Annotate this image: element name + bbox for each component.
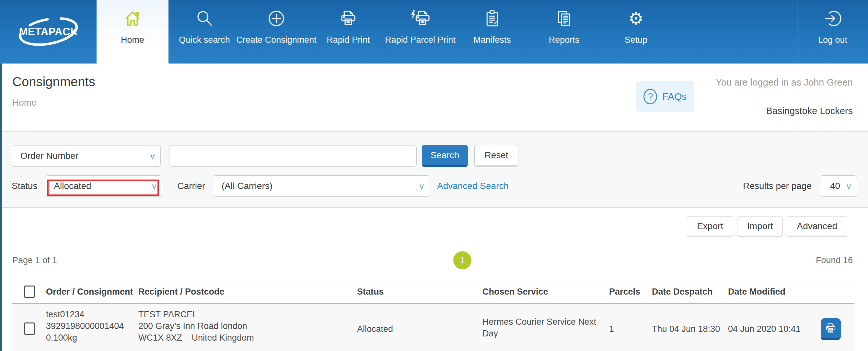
nav-item-label: Manifests — [473, 35, 511, 45]
select-all-checkbox[interactable] — [24, 286, 35, 298]
search-input[interactable] — [169, 145, 417, 167]
select-all-cell — [12, 286, 46, 298]
svg-text:METAPACK: METAPACK — [19, 26, 78, 38]
page-header: Consignments Home ? FAQs You are logged … — [0, 63, 868, 131]
nav-item-create-consignment[interactable]: Create Consignment — [240, 0, 312, 63]
status-select[interactable]: Allocated v — [45, 175, 162, 197]
nav-item-quick-search[interactable]: Quick search — [168, 0, 240, 63]
chevron-down-icon: v — [847, 181, 851, 191]
column-header[interactable]: Chosen Service — [483, 287, 609, 297]
nav-item-rapid-print[interactable]: Rapid Print — [312, 0, 384, 63]
table-toolbar: Export Import Advanced — [0, 216, 868, 237]
filter-panel: Order Number v Search Reset Status Alloc… — [0, 131, 868, 208]
pagination-row: Page 1 of 1 1 Found 16 — [0, 251, 868, 269]
nav-item-label: Reports — [549, 35, 580, 45]
date-despatch-cell: Thu 04 Jun 18:30 — [652, 304, 728, 351]
top-nav: METAPACK Home Quick search — [0, 0, 868, 63]
table-header-row: Order / Consignment Recipient / Postcode… — [12, 280, 855, 304]
status-cell: Allocated — [357, 304, 483, 351]
reset-button[interactable]: Reset — [474, 145, 518, 167]
nav-item-label: Rapid Parcel Print — [385, 35, 456, 45]
results-table: Order / Consignment Recipient / Postcode… — [12, 280, 855, 351]
row-actions-cell — [821, 304, 855, 351]
order-number: test01234 — [46, 309, 138, 320]
postcode: WC1X 8XZ — [138, 333, 182, 343]
search-row: Order Number v Search Reset — [12, 145, 857, 167]
nav-item-log-out[interactable]: Log out — [797, 0, 868, 63]
gear-icon: ⚙ — [628, 8, 644, 29]
row-checkbox-cell — [12, 304, 46, 351]
chevron-down-icon: v — [150, 151, 155, 161]
nav-item-label: Quick search — [179, 35, 230, 45]
nav-item-setup[interactable]: ⚙ Setup — [600, 0, 672, 63]
clipboard-icon — [483, 8, 501, 29]
print-icon — [825, 322, 837, 334]
column-header[interactable]: Date Modified — [728, 287, 821, 297]
nav-item-label: Log out — [818, 35, 847, 45]
nav-item-reports[interactable]: Reports — [528, 0, 600, 63]
metapack-logo[interactable]: METAPACK — [0, 0, 97, 63]
nav-item-label: Home — [121, 35, 144, 45]
column-header[interactable]: Order / Consignment — [46, 287, 138, 297]
nav-item-label: Setup — [625, 35, 648, 45]
log-out-icon — [824, 8, 842, 29]
nav-item-rapid-parcel-print[interactable]: Rapid Parcel Print — [384, 0, 456, 63]
row-print-button[interactable] — [821, 318, 841, 340]
chevron-down-icon: v — [420, 181, 424, 191]
found-count: Found 16 — [816, 255, 853, 265]
nav-item-manifests[interactable]: Manifests — [456, 0, 528, 63]
results-per-page-value: 40 — [830, 181, 840, 191]
order-consignment-cell: test01234 3929198000001404 0.100kg — [46, 304, 138, 351]
nav-item-home[interactable]: Home — [97, 0, 168, 65]
plus-circle-icon — [267, 8, 285, 29]
question-circle-icon: ? — [644, 89, 657, 105]
documents-icon — [555, 8, 573, 29]
column-header[interactable]: Recipient / Postcode — [138, 287, 357, 297]
import-button[interactable]: Import — [737, 216, 783, 237]
recipient-name: TEST PARCEL — [138, 309, 357, 320]
faqs-button[interactable]: ? FAQs — [636, 81, 694, 112]
advanced-button[interactable]: Advanced — [787, 216, 847, 237]
nav-item-label: Rapid Print — [327, 35, 370, 45]
date-modified-cell: 04 Jun 2020 10:41 — [728, 304, 821, 351]
logged-in-text: You are logged in as John Green — [716, 77, 853, 88]
column-header[interactable]: Parcels — [609, 287, 652, 297]
export-button[interactable]: Export — [687, 216, 733, 237]
search-field-selected-value: Order Number — [21, 151, 79, 161]
country: United Kingdom — [192, 332, 254, 344]
carrier-label: Carrier — [177, 181, 205, 191]
row-checkbox[interactable] — [24, 322, 35, 335]
carrier-selected-value: (All Carriers) — [222, 181, 273, 191]
account-name: Basingstoke Lockers — [766, 106, 853, 116]
column-header[interactable]: Date Despatch — [652, 287, 728, 297]
status-label: Status — [12, 181, 37, 191]
advanced-search-link[interactable]: Advanced Search — [437, 181, 509, 191]
chevron-down-icon: v — [152, 181, 156, 191]
chosen-service-cell: Hermes Courier Service Next Day — [483, 304, 609, 351]
breadcrumb[interactable]: Home — [12, 97, 868, 108]
search-field-select[interactable]: Order Number v — [12, 145, 161, 167]
carrier-select[interactable]: (All Carriers) v — [213, 175, 430, 197]
column-header[interactable]: Status — [357, 287, 483, 297]
nav-spacer — [672, 0, 797, 63]
filter-row: Status Allocated v Carrier (All Carriers… — [12, 175, 857, 197]
results-per-page-select[interactable]: 40 v — [820, 175, 857, 197]
table-row: test01234 3929198000001404 0.100kg TEST … — [12, 304, 855, 351]
status-selected-value: Allocated — [54, 181, 91, 191]
search-button[interactable]: Search — [422, 145, 468, 167]
page-number-button[interactable]: 1 — [453, 251, 471, 269]
flash-printer-icon — [409, 8, 432, 29]
printer-icon — [339, 8, 358, 29]
home-icon — [123, 8, 142, 29]
metapack-swoosh-icon: METAPACK — [12, 7, 85, 56]
weight: 0.100kg — [46, 332, 138, 344]
parcels-cell: 1 — [609, 304, 652, 351]
recipient-address: 200 Gray’s Inn Road london — [138, 320, 357, 332]
results-per-page-label: Results per page — [743, 181, 812, 191]
consignment-number: 3929198000001404 — [46, 320, 138, 332]
search-icon — [195, 8, 214, 29]
nav-item-label: Create Consignment — [236, 35, 316, 45]
page-info: Page 1 of 1 — [12, 255, 57, 265]
recipient-postcode-line: WC1X 8XZ United Kingdom — [138, 332, 357, 344]
page-left-accent-stripe — [0, 63, 2, 351]
